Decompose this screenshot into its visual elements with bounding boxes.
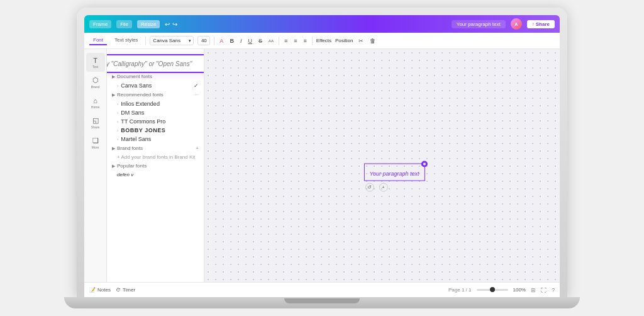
font-item-canva-sans[interactable]: › Canva Sans ✓: [107, 81, 204, 90]
superscript-icon[interactable]: AA: [267, 38, 275, 43]
text-add-btn[interactable]: +: [379, 183, 387, 191]
effects-btn[interactable]: Effects: [316, 38, 331, 43]
laptop-screen: Frame File Resize ↩ ↪ Your paragraph tex…: [84, 15, 560, 297]
share-sidebar-icon: ◱: [92, 116, 99, 125]
font-item-martel[interactable]: › Martel Sans: [107, 135, 204, 144]
font-selector[interactable]: Canva Sans ▾: [150, 36, 194, 45]
popular-fonts-title: Popular fonts: [117, 163, 147, 169]
section-brand-fonts[interactable]: ▶ Brand fonts +: [107, 144, 204, 153]
tab-text-styles[interactable]: Text styles: [111, 36, 142, 45]
fullscreen-icon[interactable]: ⛶: [541, 287, 547, 293]
frame-btn[interactable]: Frame: [89, 20, 111, 28]
sidebar-item-more[interactable]: ❏ More: [86, 133, 105, 152]
chevron-dm-icon: ›: [117, 111, 118, 115]
bottom-bar: 📝 Notes ⏱ Timer Page 1 / 1: [84, 282, 560, 297]
sidebar-item-home[interactable]: ⌂ Home: [86, 93, 105, 112]
bold-icon[interactable]: B: [228, 37, 235, 45]
font-search-input[interactable]: [107, 60, 204, 67]
chevron-down-icon: ▾: [189, 38, 191, 43]
top-bar: Frame File Resize ↩ ↪ Your paragraph tex…: [84, 15, 560, 33]
home-icon: ⌂: [93, 97, 97, 104]
notes-label: Notes: [97, 287, 111, 293]
chevron-rec-icon: ▶: [112, 93, 115, 98]
chevron-tt-icon: ›: [117, 120, 118, 124]
font-name-canva-sans: Canva Sans: [121, 82, 152, 89]
align-center-icon[interactable]: ≡: [292, 37, 298, 45]
help-icon[interactable]: ?: [552, 287, 555, 293]
document-fonts-title: Document fonts: [117, 74, 152, 79]
text-label: Text: [92, 65, 98, 69]
toolbar: Font Text styles Canva Sans ▾ 40 A B I U: [84, 33, 560, 49]
notes-btn[interactable]: 📝 Notes: [89, 287, 111, 293]
text-icon: T: [93, 57, 97, 64]
tab-font[interactable]: Font: [89, 36, 107, 45]
chevron-icon: ▶: [112, 74, 115, 79]
font-size-input[interactable]: 40: [197, 36, 210, 45]
share-sidebar-label: Share: [91, 125, 99, 129]
font-item-add-brand[interactable]: + Add your brand fonts in Brand Kit: [107, 153, 204, 161]
text-element[interactable]: Your paragraph text ↺ +: [364, 163, 425, 191]
more-label: More: [92, 145, 99, 149]
grid-icon[interactable]: ⊞: [531, 287, 536, 293]
section-popular-fonts[interactable]: ▶ Popular fonts: [107, 161, 204, 171]
strikethrough-icon[interactable]: S: [257, 37, 264, 45]
sidebar-item-share[interactable]: ◱ Share: [86, 113, 105, 132]
avatar[interactable]: A: [511, 18, 522, 30]
main-area: T Text ⬡ Brand ⌂ Home: [84, 49, 560, 282]
underline-icon[interactable]: U: [247, 37, 253, 45]
laptop-base: [64, 297, 580, 308]
delete-icon[interactable]: 🗑: [369, 37, 377, 45]
italic-icon[interactable]: I: [239, 37, 243, 45]
scissors-icon[interactable]: ✂: [357, 37, 365, 45]
text-element-inner: Your paragraph text: [364, 163, 425, 181]
resize-btn[interactable]: Resize: [137, 20, 160, 28]
text-controls: ↺ +: [364, 183, 425, 191]
sidebar-item-brand[interactable]: ⬡ Brand: [86, 73, 105, 92]
zoom-thumb: [490, 287, 495, 292]
share-button[interactable]: ↑ Share: [527, 20, 555, 28]
font-item-bobby-jones[interactable]: › BOBBY JONES: [107, 126, 204, 135]
redo-icon[interactable]: ↪: [172, 21, 177, 28]
resize-handle[interactable]: [421, 161, 427, 167]
timer-btn[interactable]: ⏱ Timer: [116, 287, 135, 293]
font-popular-1-name: defen v: [117, 172, 133, 178]
font-name-inlios: Inlios Extended: [121, 101, 160, 107]
page-indicator: Page 1 / 1: [448, 287, 471, 293]
canvas-area[interactable]: Your paragraph text ↺ +: [204, 49, 560, 282]
font-panel: 🔍 ▶ Document fonts ›: [107, 49, 204, 282]
screen-content: Frame File Resize ↩ ↪ Your paragraph tex…: [84, 15, 560, 297]
laptop-body: Frame File Resize ↩ ↪ Your paragraph tex…: [64, 8, 580, 308]
zoom-slider[interactable]: [477, 289, 508, 291]
paragraph-preview: Your paragraph text: [452, 20, 506, 28]
position-btn[interactable]: Position: [335, 38, 353, 43]
canvas-paragraph-text: Your paragraph text: [369, 170, 419, 176]
brand-label: Brand: [91, 85, 99, 89]
section-document-fonts[interactable]: ▶ Document fonts: [107, 72, 204, 81]
brand-dots-icon[interactable]: +: [196, 145, 199, 151]
zoom-track: [477, 289, 508, 291]
file-btn[interactable]: File: [116, 20, 132, 28]
chevron-right-icon: ›: [117, 84, 118, 88]
text-rotate-btn[interactable]: ↺: [365, 183, 374, 191]
home-label: Home: [91, 105, 99, 109]
dots-icon: ···: [194, 92, 199, 98]
timer-label: Timer: [123, 287, 135, 293]
font-item-popular-1[interactable]: defen v: [107, 171, 204, 179]
undo-icon[interactable]: ↩: [165, 21, 170, 28]
check-icon: ✓: [194, 82, 199, 89]
font-item-dm-sans[interactable]: › DM Sans: [107, 108, 204, 117]
sep-1: [145, 37, 146, 45]
share-icon: ↑: [532, 21, 535, 27]
font-item-inlios[interactable]: › Inlios Extended: [107, 99, 204, 108]
font-add-brand-label: + Add your brand fonts in Brand Kit: [117, 154, 195, 160]
font-name-bobby-jones: BOBBY JONES: [121, 127, 165, 133]
font-item-tt-commons[interactable]: › TT Commons Pro: [107, 117, 204, 126]
color-icon[interactable]: A: [218, 37, 225, 45]
sep-4: [312, 37, 313, 45]
align-right-icon[interactable]: ≡: [302, 37, 308, 45]
section-recommended-fonts[interactable]: ▶ Recommended fonts ···: [107, 90, 204, 99]
align-left-icon[interactable]: ≡: [283, 37, 289, 45]
sidebar-item-text[interactable]: T Text: [86, 53, 105, 72]
font-name-display: Canva Sans: [153, 38, 180, 43]
font-list: ▶ Document fonts › Canva Sans ✓: [107, 69, 204, 282]
